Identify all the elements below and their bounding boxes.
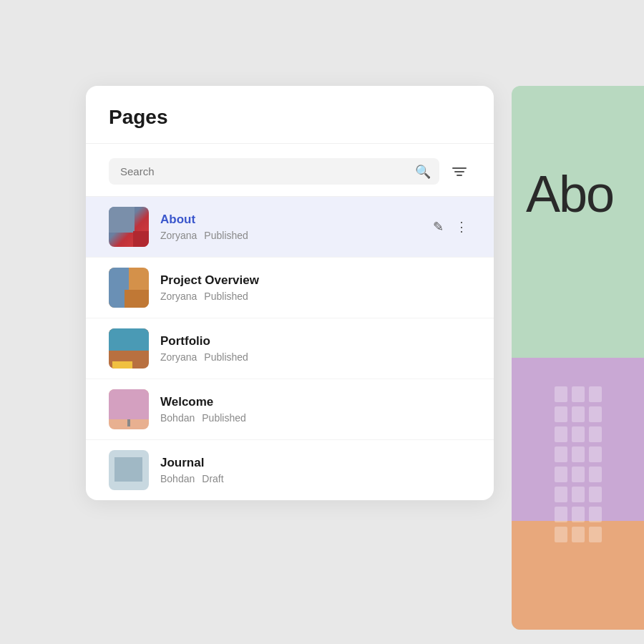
page-meta: ZoryanaPublished: [160, 351, 471, 363]
filter-icon: [452, 167, 467, 176]
panel-header: Pages: [86, 86, 494, 144]
list-item[interactable]: JournalBohdanDraft: [86, 440, 494, 500]
page-author: Bohdan: [160, 412, 195, 424]
list-item[interactable]: AboutZoryanaPublished✎⋮: [86, 197, 494, 258]
page-status: Published: [204, 351, 248, 363]
page-status: Published: [202, 412, 246, 424]
page-name: About: [160, 213, 419, 227]
panel-title: Pages: [109, 106, 471, 129]
page-info: JournalBohdanDraft: [160, 456, 471, 484]
page-name: Project Overview: [160, 273, 471, 288]
edit-button[interactable]: ✎: [430, 216, 447, 238]
page-thumbnail: [109, 207, 149, 247]
page-info: WelcomeBohdanPublished: [160, 395, 471, 424]
search-input[interactable]: [109, 158, 439, 185]
building-windows: [555, 386, 602, 542]
page-author: Zoryana: [160, 291, 197, 302]
page-name: Journal: [160, 456, 471, 470]
page-meta: BohdanDraft: [160, 473, 471, 484]
page-author: Bohdan: [160, 473, 195, 484]
page-thumbnail: [109, 389, 149, 429]
page-info: AboutZoryanaPublished: [160, 213, 419, 241]
page-author: Zoryana: [160, 351, 197, 363]
page-name: Welcome: [160, 395, 471, 409]
search-wrapper: 🔍: [109, 158, 439, 185]
preview-panel: Abo: [512, 86, 644, 630]
list-item[interactable]: PortfolioZoryanaPublished: [86, 318, 494, 379]
preview-title: Abo: [526, 165, 613, 223]
page-meta: BohdanPublished: [160, 412, 471, 424]
page-list: AboutZoryanaPublished✎⋮Project OverviewZ…: [86, 197, 494, 500]
page-author: Zoryana: [160, 230, 197, 241]
page-meta: ZoryanaPublished: [160, 291, 471, 302]
page-meta: ZoryanaPublished: [160, 230, 419, 241]
page-status: Published: [204, 291, 248, 302]
page-thumbnail: [109, 450, 149, 490]
page-thumbnail: [109, 268, 149, 308]
page-name: Portfolio: [160, 334, 471, 348]
pages-panel: Pages 🔍 AboutZoryanaPublished✎⋮Project O…: [86, 86, 494, 500]
page-status: Published: [204, 230, 248, 241]
page-info: Project OverviewZoryanaPublished: [160, 273, 471, 302]
preview-image: [512, 358, 644, 630]
list-item[interactable]: WelcomeBohdanPublished: [86, 379, 494, 440]
preview-building-graphic: [512, 358, 644, 630]
page-actions: ✎⋮: [430, 216, 471, 238]
page-status: Draft: [202, 473, 223, 484]
page-info: PortfolioZoryanaPublished: [160, 334, 471, 363]
list-item[interactable]: Project OverviewZoryanaPublished: [86, 258, 494, 318]
search-icon: 🔍: [415, 164, 431, 180]
more-button[interactable]: ⋮: [452, 216, 471, 238]
filter-button[interactable]: [448, 163, 471, 180]
page-thumbnail: [109, 328, 149, 369]
search-bar-row: 🔍: [86, 144, 494, 197]
